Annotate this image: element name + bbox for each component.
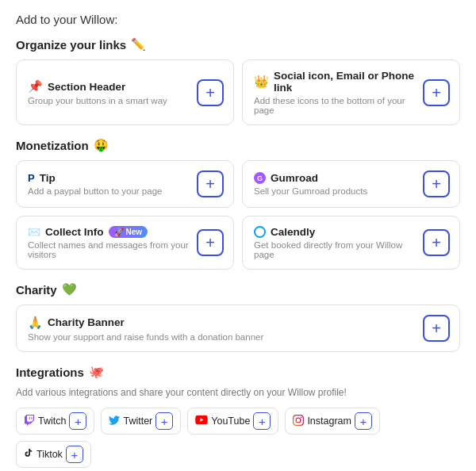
twitch-label: Twitch <box>38 415 66 427</box>
page-title: Add to your Willow: <box>16 13 460 26</box>
section-charity-label: Charity <box>16 283 57 297</box>
collect-info-icon: ✉️ <box>28 226 40 238</box>
add-gumroad-button[interactable]: + <box>423 170 450 197</box>
twitter-label: Twitter <box>123 415 152 427</box>
card-tip-title: Tip <box>40 172 56 184</box>
card-tip-title-row: P Tip <box>28 172 197 184</box>
add-twitch-button[interactable]: + <box>69 412 86 430</box>
add-calendly-button[interactable]: + <box>423 229 450 256</box>
organize-emoji: ✏️ <box>131 37 146 52</box>
badge-label: New <box>126 228 143 236</box>
add-social-icon-button[interactable]: + <box>423 79 450 106</box>
section-organize: Organize your links ✏️ <box>16 37 460 52</box>
integration-twitch[interactable]: Twitch + <box>16 408 94 435</box>
integrations-subtitle: Add various integrations and share your … <box>16 387 460 398</box>
card-charity-banner-title-row: 🙏 Charity Banner <box>28 316 423 330</box>
main-container: Add to your Willow: Organize your links … <box>0 0 476 471</box>
add-collect-info-button[interactable]: + <box>197 229 224 256</box>
integration-youtube[interactable]: YouTube + <box>187 408 278 435</box>
section-charity: Charity 💚 <box>16 282 460 297</box>
charity-icon: 🙏 <box>28 316 43 330</box>
card-gumroad: G Gumroad Sell your Gumroad products + <box>242 160 460 208</box>
section-monetization-label: Monetization <box>16 139 89 152</box>
card-charity-banner: 🙏 Charity Banner Show your support and r… <box>16 304 460 352</box>
card-calendly-subtitle: Get booked directly from your Willow pag… <box>254 240 423 259</box>
card-calendly-content: Calendly Get booked directly from your W… <box>254 226 423 259</box>
gumroad-icon: G <box>254 172 266 184</box>
paypal-icon: P <box>28 172 35 184</box>
card-calendly-title: Calendly <box>271 226 315 238</box>
card-collect-info-title-row: ✉️ Collect Info 🚀 New <box>28 226 197 238</box>
add-tip-button[interactable]: + <box>197 170 224 197</box>
youtube-label: YouTube <box>211 415 250 427</box>
add-tiktok-button[interactable]: + <box>66 446 83 463</box>
add-charity-banner-button[interactable]: + <box>423 315 450 342</box>
instagram-label: Instagram <box>307 415 351 427</box>
card-charity-banner-title: Charity Banner <box>48 316 125 328</box>
card-tip-subtitle: Add a paypal button to your page <box>28 186 197 196</box>
card-section-header-title: Section Header <box>48 81 125 93</box>
card-collect-info-title: Collect Info <box>45 226 104 238</box>
card-section-header-content: 📌 Section Header Group your buttons in a… <box>28 79 197 105</box>
card-social-icon-content: 👑 Social icon, Email or Phone link Add t… <box>254 70 423 115</box>
card-section-header-subtitle: Group your buttons in a smart way <box>28 96 197 105</box>
twitter-icon <box>109 415 120 428</box>
card-collect-info: ✉️ Collect Info 🚀 New Collect names and … <box>16 216 234 270</box>
badge-emoji: 🚀 <box>114 228 124 236</box>
integrations-emoji: 🐙 <box>89 365 104 379</box>
section-monetization: Monetization 🤑 <box>16 138 460 152</box>
card-calendly-title-row: Calendly <box>254 226 423 238</box>
card-charity-banner-content: 🙏 Charity Banner Show your support and r… <box>28 316 423 342</box>
card-gumroad-title-row: G Gumroad <box>254 172 423 184</box>
section-integrations: Integrations 🐙 <box>16 365 460 379</box>
add-section-header-button[interactable]: + <box>197 79 224 106</box>
tiktok-label: Tiktok <box>36 449 63 460</box>
card-collect-info-content: ✉️ Collect Info 🚀 New Collect names and … <box>28 226 197 259</box>
add-instagram-button[interactable]: + <box>355 412 372 430</box>
integration-twitter[interactable]: Twitter + <box>101 408 181 435</box>
card-gumroad-subtitle: Sell your Gumroad products <box>254 186 423 196</box>
charity-emoji: 💚 <box>62 282 77 297</box>
card-social-icon-subtitle: Add these icons to the bottom of your pa… <box>254 96 423 115</box>
card-social-icon: 👑 Social icon, Email or Phone link Add t… <box>242 59 460 125</box>
card-gumroad-title: Gumroad <box>271 172 318 184</box>
card-collect-info-subtitle: Collect names and messages from your vis… <box>28 240 197 259</box>
card-tip: P Tip Add a paypal button to your page + <box>16 160 234 208</box>
integration-tiktok[interactable]: Tiktok + <box>16 441 91 468</box>
card-calendly: Calendly Get booked directly from your W… <box>242 216 460 270</box>
add-twitter-button[interactable]: + <box>155 412 173 430</box>
tiktok-icon <box>24 448 33 461</box>
card-social-icon-title-row: 👑 Social icon, Email or Phone link <box>254 70 423 94</box>
card-gumroad-content: G Gumroad Sell your Gumroad products <box>254 172 423 196</box>
card-tip-content: P Tip Add a paypal button to your page <box>28 172 197 196</box>
card-section-header: 📌 Section Header Group your buttons in a… <box>16 59 234 125</box>
instagram-icon <box>293 415 304 428</box>
section-organize-label: Organize your links <box>16 38 126 52</box>
organize-cards: 📌 Section Header Group your buttons in a… <box>16 59 460 125</box>
section-header-icon: 📌 <box>28 79 43 94</box>
twitch-icon <box>24 415 35 428</box>
section-integrations-label: Integrations <box>16 366 84 379</box>
new-badge: 🚀 New <box>109 226 148 238</box>
calendly-icon <box>254 226 266 238</box>
monetization-cards: P Tip Add a paypal button to your page +… <box>16 160 460 270</box>
social-icon-emoji: 👑 <box>254 75 269 89</box>
monetization-emoji: 🤑 <box>94 138 109 152</box>
card-section-header-title-row: 📌 Section Header <box>28 79 197 94</box>
integration-instagram[interactable]: Instagram + <box>285 408 380 435</box>
youtube-icon <box>195 415 208 427</box>
card-charity-banner-subtitle: Show your support and raise funds with a… <box>28 332 423 342</box>
charity-cards: 🙏 Charity Banner Show your support and r… <box>16 304 460 352</box>
integrations-row: Twitch + Twitter + YouTube + <box>16 408 460 468</box>
card-social-icon-title: Social icon, Email or Phone link <box>274 70 423 94</box>
add-youtube-button[interactable]: + <box>253 412 271 430</box>
